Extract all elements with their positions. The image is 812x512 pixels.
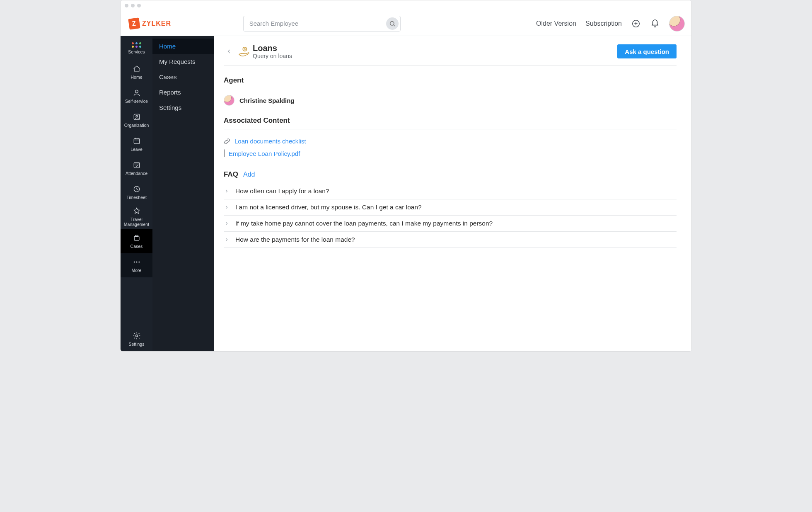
search-button[interactable] — [386, 17, 399, 30]
associated-item[interactable]: Loan documents checklist — [224, 135, 677, 147]
agent-avatar — [224, 95, 234, 106]
browser-window: Z ZYLKER Older Version Subscription — [120, 0, 692, 352]
rail-label: Travel Management — [121, 217, 152, 227]
older-version-link[interactable]: Older Version — [536, 20, 576, 27]
rail-item-more[interactable]: More — [121, 253, 152, 277]
rail-item-timesheet[interactable]: Timesheet — [121, 180, 152, 204]
header-right: Older Version Subscription — [536, 16, 685, 32]
ask-question-button[interactable]: Ask a question — [617, 44, 677, 58]
svg-point-19 — [138, 262, 140, 263]
faq-item[interactable]: How are the payments for the loan made? — [224, 232, 677, 248]
services-grid-icon — [132, 42, 142, 48]
subnav-item-my-requests[interactable]: My Requests — [152, 54, 214, 69]
faq-add-link[interactable]: Add — [243, 171, 255, 178]
page-subtitle: Query on loans — [253, 53, 292, 59]
app-header: Z ZYLKER Older Version Subscription — [121, 11, 691, 36]
faq-heading-row: FAQ Add — [224, 170, 677, 179]
subnav: Home My Requests Cases Reports Settings — [152, 36, 214, 351]
app-body: Services Home Self-service Organization … — [121, 36, 691, 351]
add-button[interactable] — [631, 19, 641, 29]
chevron-right-icon — [225, 221, 229, 226]
window-dot — [131, 4, 135, 7]
associated-content-section: Associated Content Loan documents checkl… — [224, 116, 677, 160]
home-icon — [133, 65, 141, 73]
window-dot — [137, 4, 141, 7]
faq-item[interactable]: If my take home pay cannot cover the loa… — [224, 216, 677, 232]
rail-item-travel[interactable]: Travel Management — [121, 204, 152, 229]
gear-icon — [133, 332, 141, 340]
faq-item[interactable]: I am not a licensed driver, but my spous… — [224, 199, 677, 216]
rail-label: More — [132, 268, 142, 273]
rail-item-leave[interactable]: Leave — [121, 132, 152, 156]
back-button[interactable] — [224, 46, 234, 57]
faq-section: FAQ Add How often can I apply for a loan… — [224, 170, 677, 248]
divider — [224, 129, 677, 129]
app-root: Z ZYLKER Older Version Subscription — [121, 11, 691, 351]
svg-rect-8 — [134, 138, 139, 144]
chevron-left-icon — [226, 47, 232, 56]
left-rail: Services Home Self-service Organization … — [121, 36, 152, 351]
calendar-check-icon — [133, 161, 141, 169]
rail-item-attendance[interactable]: Attendance — [121, 156, 152, 180]
star-icon — [133, 207, 141, 215]
agent-heading: Agent — [224, 76, 677, 85]
cases-icon — [133, 234, 141, 242]
agent-row: Christine Spalding — [224, 95, 677, 106]
rail-item-cases[interactable]: Cases — [121, 229, 152, 253]
search-box[interactable] — [243, 16, 401, 32]
main-content: $ Loans Query on loans Ask a question Ag… — [214, 36, 691, 351]
rail-item-organization[interactable]: Organization — [121, 108, 152, 132]
subnav-item-cases[interactable]: Cases — [152, 69, 214, 85]
search-input[interactable] — [249, 19, 386, 27]
svg-point-18 — [136, 262, 137, 263]
window-dot — [125, 4, 128, 7]
associated-link[interactable]: Loan documents checklist — [234, 138, 306, 145]
org-icon — [133, 113, 141, 121]
associated-item[interactable]: Employee Loan Policy.pdf — [224, 147, 677, 160]
clock-icon — [133, 185, 141, 193]
brand-logo[interactable]: Z ZYLKER — [129, 18, 171, 29]
rail-item-services[interactable]: Services — [121, 36, 152, 60]
agent-name: Christine Spalding — [239, 97, 295, 104]
rail-label: Home — [130, 75, 142, 80]
search-container — [243, 16, 401, 32]
faq-item[interactable]: How often can I apply for a loan? — [224, 183, 677, 199]
subnav-item-reports[interactable]: Reports — [152, 85, 214, 100]
rail-label: Leave — [130, 147, 143, 152]
rail-label: Attendance — [126, 171, 147, 176]
svg-point-0 — [390, 21, 394, 25]
chevron-right-icon — [225, 188, 229, 194]
brand-mark: Z — [128, 17, 140, 29]
subnav-item-settings[interactable]: Settings — [152, 100, 214, 115]
page-header: $ Loans Query on loans Ask a question — [224, 40, 677, 66]
rail-label: Settings — [129, 342, 145, 347]
page-title: Loans — [253, 44, 292, 53]
rail-label: Organization — [124, 123, 149, 128]
rail-item-self-service[interactable]: Self-service — [121, 84, 152, 108]
brand-name: ZYLKER — [142, 20, 171, 27]
faq-list: How often can I apply for a loan? I am n… — [224, 183, 677, 248]
person-icon — [133, 89, 141, 97]
rail-item-settings[interactable]: Settings — [121, 327, 152, 351]
agent-section: Agent Christine Spalding — [224, 76, 677, 106]
svg-point-17 — [133, 262, 135, 263]
associated-content-heading: Associated Content — [224, 116, 677, 125]
page-titles: Loans Query on loans — [253, 44, 292, 59]
associated-link[interactable]: Employee Loan Policy.pdf — [229, 150, 300, 157]
window-chrome — [121, 0, 691, 11]
rail-label: Services — [128, 49, 145, 54]
rail-label: Cases — [130, 244, 143, 249]
subscription-link[interactable]: Subscription — [585, 20, 622, 27]
notifications-button[interactable] — [650, 19, 660, 29]
subnav-item-home[interactable]: Home — [152, 39, 214, 54]
svg-point-20 — [135, 335, 138, 337]
chevron-right-icon — [225, 237, 229, 243]
plus-circle-icon — [631, 19, 640, 28]
file-icon — [224, 150, 225, 157]
svg-text:$: $ — [244, 48, 246, 51]
user-avatar[interactable] — [669, 16, 685, 32]
chevron-right-icon — [225, 204, 229, 210]
rail-item-home[interactable]: Home — [121, 60, 152, 84]
bell-icon — [650, 19, 660, 28]
faq-question: If my take home pay cannot cover the loa… — [235, 220, 493, 227]
